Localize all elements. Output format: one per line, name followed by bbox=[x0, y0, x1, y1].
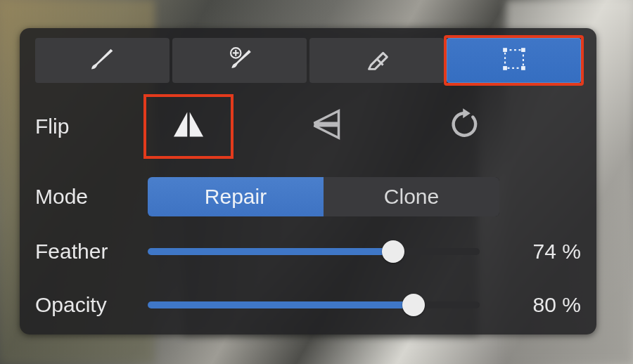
flip-row: Flip bbox=[35, 98, 581, 155]
tool-options-panel: Flip bbox=[20, 28, 596, 334]
feather-label: Feather bbox=[35, 240, 148, 264]
tab-marquee[interactable] bbox=[447, 38, 581, 83]
svg-rect-2 bbox=[503, 48, 507, 52]
slider-fill bbox=[148, 248, 393, 255]
slider-thumb[interactable] bbox=[382, 240, 404, 263]
opacity-row: Opacity 80 % bbox=[35, 291, 581, 319]
slider-fill bbox=[148, 301, 414, 308]
tab-brush[interactable] bbox=[35, 38, 170, 83]
opacity-slider[interactable] bbox=[148, 291, 480, 319]
flip-label: Flip bbox=[35, 115, 148, 138]
svg-rect-1 bbox=[505, 50, 523, 68]
svg-rect-3 bbox=[521, 48, 525, 52]
tab-plus-brush[interactable] bbox=[172, 38, 307, 83]
svg-rect-5 bbox=[521, 66, 525, 70]
tab-eraser[interactable] bbox=[309, 38, 444, 83]
flip-vertical-button[interactable] bbox=[286, 98, 367, 155]
svg-rect-4 bbox=[503, 66, 507, 70]
mode-option-repair[interactable]: Repair bbox=[148, 177, 324, 216]
mode-row: Mode Repair Clone bbox=[35, 177, 581, 216]
eraser-icon bbox=[361, 43, 393, 78]
reset-icon bbox=[445, 105, 484, 149]
flip-horizontal-icon bbox=[169, 105, 208, 149]
flip-controls bbox=[148, 98, 581, 155]
tool-tab-bar bbox=[35, 38, 581, 83]
flip-vertical-icon bbox=[307, 105, 346, 149]
flip-horizontal-button[interactable] bbox=[148, 98, 229, 155]
opacity-value: 80 % bbox=[504, 293, 581, 317]
reset-button[interactable] bbox=[423, 98, 505, 155]
slider-thumb[interactable] bbox=[402, 294, 425, 316]
mode-label: Mode bbox=[35, 185, 148, 209]
marquee-icon bbox=[498, 43, 530, 78]
opacity-label: Opacity bbox=[35, 293, 148, 317]
mode-segmented: Repair Clone bbox=[148, 177, 499, 216]
feather-value: 74 % bbox=[504, 240, 581, 264]
feather-slider[interactable] bbox=[148, 238, 480, 266]
mode-option-clone[interactable]: Clone bbox=[324, 177, 499, 216]
plus-brush-icon bbox=[224, 43, 256, 78]
brush-icon bbox=[87, 43, 119, 78]
feather-row: Feather 74 % bbox=[35, 238, 581, 266]
